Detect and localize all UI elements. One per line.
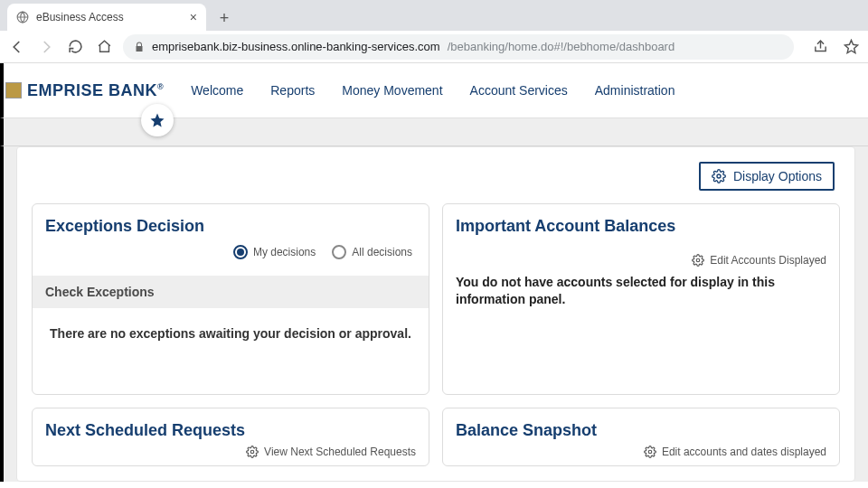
view-next-requests-label: View Next Scheduled Requests <box>264 446 416 458</box>
address-bar[interactable]: emprisebank.biz-business.online-banking-… <box>123 34 794 60</box>
globe-icon <box>16 11 29 23</box>
gear-icon <box>246 446 259 458</box>
logo-mark-icon <box>5 82 22 99</box>
cards-row-upper: Exceptions Decision My decisions All dec… <box>32 203 840 395</box>
logo[interactable]: EMPRISE BANK® <box>5 81 164 100</box>
browser-chrome: eBusiness Access × + emprisebank.biz-bus… <box>0 0 868 63</box>
forward-button[interactable] <box>36 37 56 57</box>
edit-accounts-link[interactable]: Edit Accounts Displayed <box>443 254 839 274</box>
nav-welcome[interactable]: Welcome <box>191 83 243 98</box>
gear-icon <box>712 169 726 183</box>
svg-point-2 <box>697 258 701 262</box>
address-bar-row: emprisebank.biz-business.online-banking-… <box>0 31 868 63</box>
exceptions-empty-msg: There are no exceptions awaiting your de… <box>33 308 429 359</box>
nav-money-movement[interactable]: Money Movement <box>342 83 442 98</box>
next-requests-card: Next Scheduled Requests View Next Schedu… <box>32 408 429 466</box>
edit-accounts-label: Edit Accounts Displayed <box>710 254 826 267</box>
balances-empty-msg: You do not have accounts selected for di… <box>443 274 839 308</box>
url-path: /bebanking/home.do#!/bebhome/dashboard <box>448 40 675 53</box>
edit-snapshot-label: Edit accounts and dates displayed <box>662 446 826 458</box>
page: EMPRISE BANK® Welcome Reports Money Move… <box>0 63 868 482</box>
sub-bar <box>0 117 868 146</box>
gear-icon <box>644 446 656 458</box>
url-main: emprisebank.biz-business.online-banking-… <box>152 40 440 53</box>
svg-point-4 <box>648 450 652 454</box>
nav-account-services[interactable]: Account Services <box>470 83 568 98</box>
view-next-requests-link[interactable]: View Next Scheduled Requests <box>33 446 429 465</box>
exceptions-card: Exceptions Decision My decisions All dec… <box>32 203 429 395</box>
new-tab-button[interactable]: + <box>212 5 237 31</box>
tab-strip: eBusiness Access × + <box>0 0 868 31</box>
balances-card: Important Account Balances Edit Accounts… <box>442 203 840 395</box>
display-options-button[interactable]: Display Options <box>699 162 835 191</box>
edit-snapshot-link[interactable]: Edit accounts and dates displayed <box>443 446 839 465</box>
star-icon[interactable] <box>841 37 861 57</box>
svg-point-3 <box>250 450 254 454</box>
back-button[interactable] <box>7 37 27 57</box>
home-button[interactable] <box>94 37 114 57</box>
decisions-radio-group: My decisions All decisions <box>45 245 416 259</box>
top-actions: Display Options <box>32 162 835 191</box>
share-icon[interactable] <box>810 37 830 57</box>
cards-row-lower: Next Scheduled Requests View Next Schedu… <box>32 408 840 466</box>
top-nav: EMPRISE BANK® Welcome Reports Money Move… <box>0 63 868 117</box>
balance-snapshot-card: Balance Snapshot Edit accounts and dates… <box>442 408 840 466</box>
next-requests-title: Next Scheduled Requests <box>33 408 429 446</box>
nav-reports[interactable]: Reports <box>270 83 315 98</box>
check-exceptions-band: Check Exceptions <box>33 276 429 308</box>
reload-button[interactable] <box>65 37 85 57</box>
radio-all-label: All decisions <box>352 246 412 258</box>
display-options-label: Display Options <box>733 169 822 183</box>
radio-my-decisions[interactable]: My decisions <box>233 245 316 259</box>
lock-icon <box>134 42 145 52</box>
close-icon[interactable]: × <box>190 10 197 24</box>
nav-administration[interactable]: Administration <box>595 83 675 98</box>
browser-tab[interactable]: eBusiness Access × <box>7 4 206 31</box>
balances-title: Important Account Balances <box>456 217 826 236</box>
tab-title: eBusiness Access <box>36 11 124 23</box>
radio-all-decisions[interactable]: All decisions <box>332 245 412 259</box>
favorites-star-button[interactable] <box>141 104 174 136</box>
balance-snapshot-title: Balance Snapshot <box>443 408 839 446</box>
gear-icon <box>692 254 704 267</box>
content: Display Options Exceptions Decision My d… <box>16 146 855 482</box>
svg-point-1 <box>717 174 721 178</box>
nav-items: Welcome Reports Money Movement Account S… <box>191 83 675 98</box>
radio-my-label: My decisions <box>253 246 316 258</box>
logo-text: EMPRISE BANK® <box>27 81 164 100</box>
content-wrap: Display Options Exceptions Decision My d… <box>0 146 868 482</box>
exceptions-title: Exceptions Decision <box>45 217 416 236</box>
